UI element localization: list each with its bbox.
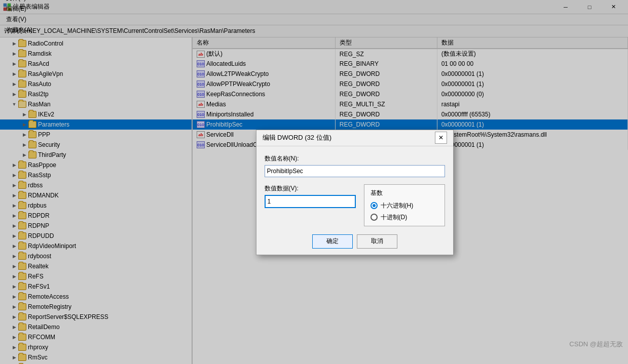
base-section: 基数 十六进制(H) 十进制(D): [364, 184, 445, 226]
value-name-label: 数值名称(N):: [265, 154, 445, 163]
ok-button[interactable]: 确定: [312, 234, 353, 249]
modal-buttons: 确定 取消: [265, 234, 445, 249]
value-data-input[interactable]: [265, 195, 356, 208]
radio-group: 十六进制(H) 十进制(D): [371, 201, 438, 222]
modal-data-row: 数值数据(V): 基数 十六进制(H) 十进制(D): [265, 184, 445, 226]
modal-close-button[interactable]: ✕: [435, 132, 447, 144]
hex-radio-item[interactable]: 十六进制(H): [371, 201, 438, 210]
modal-title: 编辑 DWORD (32 位值): [263, 133, 435, 142]
modal-body: 数值名称(N): 数值数据(V): 基数 十六进制(H): [256, 146, 453, 255]
base-label: 基数: [371, 189, 438, 197]
decimal-radio-circle: [371, 214, 378, 221]
decimal-radio-item[interactable]: 十进制(D): [371, 213, 438, 222]
edit-dword-dialog: 编辑 DWORD (32 位值) ✕ 数值名称(N): 数值数据(V): 基数 …: [256, 130, 454, 255]
value-data-label: 数值数据(V):: [265, 184, 356, 193]
modal-overlay: 编辑 DWORD (32 位值) ✕ 数值名称(N): 数值数据(V): 基数 …: [0, 0, 628, 364]
value-data-section: 数值数据(V):: [265, 184, 356, 208]
hex-radio-circle: [371, 202, 378, 209]
value-name-input[interactable]: [265, 165, 445, 177]
modal-titlebar: 编辑 DWORD (32 位值) ✕: [256, 130, 453, 146]
hex-radio-label: 十六进制(H): [381, 201, 414, 210]
decimal-radio-label: 十进制(D): [381, 213, 408, 222]
watermark: CSDN @超超无敌: [569, 340, 623, 349]
cancel-button[interactable]: 取消: [357, 234, 397, 249]
